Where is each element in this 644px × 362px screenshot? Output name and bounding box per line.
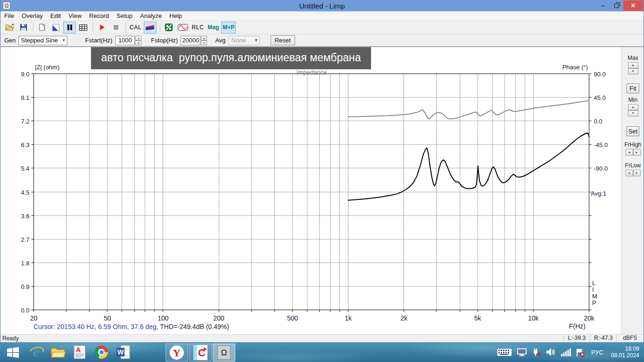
fstart-spinner[interactable]: ▲▼ — [135, 36, 141, 45]
maximize-button[interactable] — [610, 0, 623, 11]
taskbar-updater-button[interactable]: C — [189, 344, 212, 362]
frhigh-spinner[interactable]: ◄► — [626, 149, 641, 156]
pause-button[interactable] — [63, 22, 76, 33]
close-button[interactable]: × — [623, 0, 643, 11]
svg-text:9.0: 9.0 — [21, 71, 29, 78]
svg-text:0.0: 0.0 — [594, 118, 603, 125]
svg-text:7.2: 7.2 — [21, 118, 29, 125]
start-button[interactable] — [0, 342, 25, 362]
imp-button[interactable] — [144, 22, 157, 33]
language-indicator[interactable]: РУС — [591, 349, 603, 356]
set-button[interactable]: Set — [627, 126, 639, 136]
restore-icon — [614, 4, 619, 8]
cal-button[interactable]: CAL — [128, 22, 143, 33]
menu-help[interactable]: Help — [165, 11, 186, 21]
svg-text:8.1: 8.1 — [21, 94, 29, 101]
impedance-curve — [348, 133, 589, 200]
clock-date: 08.01.2024 — [608, 352, 639, 359]
spin-left-icon[interactable]: ◄ — [626, 149, 633, 156]
mag-button[interactable]: Mag — [206, 22, 220, 33]
menu-analyze[interactable]: Analyze — [136, 11, 165, 21]
menu-view[interactable]: View — [65, 11, 85, 21]
spin-up-icon[interactable]: ▲ — [628, 104, 638, 110]
fstop-input[interactable]: 20000 — [181, 36, 200, 45]
taskbar-limp-button[interactable]: Ω — [213, 344, 235, 362]
fstop-spinner[interactable]: ▲▼ — [201, 36, 207, 45]
menu-setup[interactable]: Setup — [113, 11, 136, 21]
open-button[interactable] — [3, 22, 16, 33]
max-spinner[interactable]: ▲▼ — [628, 62, 638, 74]
minimize-button[interactable]: − — [596, 0, 610, 11]
play-button[interactable] — [96, 22, 108, 33]
min-spinner[interactable]: ▲▼ — [628, 104, 638, 116]
spin-up-icon[interactable]: ▲ — [628, 62, 638, 68]
taskbar-yandex-button[interactable]: Y — [165, 344, 188, 362]
svg-text:5k: 5k — [474, 314, 482, 322]
volume-icon[interactable] — [546, 348, 556, 356]
svg-text:1k: 1k — [345, 314, 352, 322]
status-ready: Ready — [0, 335, 563, 342]
display-icon[interactable] — [517, 348, 527, 356]
chevron-down-icon: ▾ — [63, 38, 65, 42]
toolbar-separator — [93, 23, 93, 32]
phase-curve — [348, 101, 589, 119]
limp-window: Ω Untitled - Limp − × FileOverlayEditVie… — [0, 0, 644, 342]
window-title: Untitled - Limp — [0, 2, 644, 10]
sine-button[interactable] — [176, 22, 190, 33]
menu-overlay[interactable]: Overlay — [18, 11, 47, 21]
spin-up-icon[interactable]: ▲ — [201, 36, 207, 41]
imp-icon — [145, 24, 155, 31]
clock[interactable]: 18:09 08.01.2024 — [608, 346, 639, 359]
measurement-note-overlay: авто писчалка рупор.пуля.алюминиевая мем… — [91, 47, 371, 69]
cursor-thd: THD=-249.4dB (0.49%) — [158, 323, 229, 330]
spectrum-button[interactable] — [163, 22, 175, 33]
taskbar-explorer-icon[interactable] — [47, 342, 69, 362]
fstart-input[interactable]: 1000 — [115, 36, 135, 45]
level-unit: dBFS — [616, 335, 644, 342]
taskbar-abbyy-icon[interactable]: A — [69, 342, 91, 362]
sine-icon — [178, 24, 188, 31]
spin-down-icon[interactable]: ▼ — [135, 41, 141, 45]
level-right: R:-47.3 — [590, 335, 616, 342]
stop-button[interactable] — [109, 22, 122, 33]
frlow-spinner[interactable]: ◄► — [626, 170, 641, 176]
taskbar-word-icon[interactable]: W — [112, 342, 134, 362]
menu-record[interactable]: Record — [85, 11, 113, 21]
impedance-axis-title: |Z| (ohm) — [35, 64, 59, 71]
pen-icon — [52, 24, 59, 31]
avg-indicator: Avg:1 — [591, 190, 606, 197]
spin-down-icon[interactable]: ▼ — [628, 110, 638, 116]
screen: Ω Untitled - Limp − × FileOverlayEditVie… — [0, 0, 644, 362]
taskbar-ie-icon[interactable]: e — [25, 342, 47, 362]
signal-icon[interactable] — [561, 348, 571, 356]
spin-left-icon[interactable]: ◄ — [626, 170, 633, 176]
table-button[interactable] — [77, 22, 90, 33]
fit-button[interactable]: Fit — [627, 83, 639, 93]
mag-label: Mag — [207, 24, 219, 31]
toolbar-separator — [160, 23, 160, 32]
reset-button[interactable]: Reset — [271, 35, 295, 45]
svg-text:6.3: 6.3 — [21, 141, 29, 148]
alert-flag-icon[interactable] — [576, 348, 585, 357]
svg-text:50: 50 — [104, 314, 111, 322]
menu-file[interactable]: File — [0, 11, 18, 21]
copy-button[interactable] — [36, 22, 49, 33]
open-icon — [5, 24, 15, 31]
menu-edit[interactable]: Edit — [47, 11, 65, 21]
mp-button[interactable]: M+P — [221, 22, 236, 33]
svg-text:90.0: 90.0 — [594, 71, 606, 78]
spin-up-icon[interactable]: ▲ — [135, 36, 141, 41]
pen-button[interactable] — [50, 22, 62, 33]
spin-down-icon[interactable]: ▼ — [628, 68, 638, 74]
spin-right-icon[interactable]: ► — [633, 149, 641, 156]
network-off-icon[interactable] — [532, 347, 541, 357]
generator-type-select[interactable]: Stepped Sine ▾ — [18, 36, 67, 45]
keyboard-icon[interactable] — [497, 347, 512, 357]
mp-label: M+P — [223, 24, 234, 31]
save-button[interactable] — [17, 22, 30, 33]
spin-down-icon[interactable]: ▼ — [201, 41, 207, 45]
taskbar-chrome-icon[interactable] — [91, 342, 112, 362]
copy-icon — [39, 24, 46, 31]
rlc-button[interactable]: RLC — [190, 22, 206, 33]
spin-right-icon[interactable]: ► — [633, 170, 641, 176]
